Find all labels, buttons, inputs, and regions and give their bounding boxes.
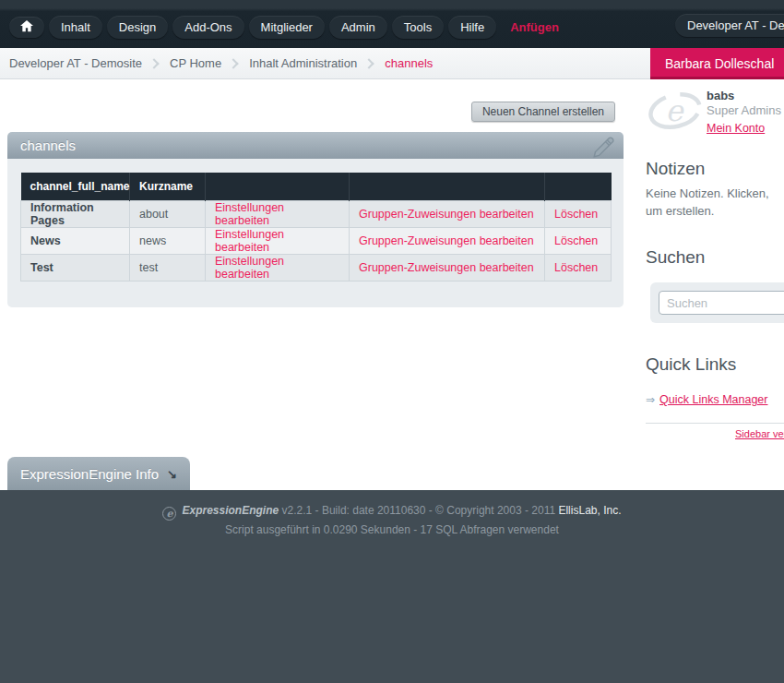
pencil-edit-icon [590, 133, 618, 169]
channels-panel-header: channels [7, 132, 624, 159]
table-row: Information Pages about Einstellungen be… [21, 200, 612, 227]
nav-item-inhalt[interactable]: Inhalt [49, 16, 102, 39]
channel-short-name: about [130, 200, 206, 227]
column-header-empty [206, 173, 350, 200]
column-header-channel-full-name: channel_full_name [21, 173, 130, 200]
channels-table: channel_full_name Kurzname Information P… [20, 173, 612, 282]
footer-version-copyright: v2.2.1 - Build: date 20110630 - © Copyri… [279, 504, 558, 517]
chevron-right-icon [148, 58, 159, 68]
quick-links-manager-link[interactable]: Quick Links Manager [659, 393, 767, 406]
nav-item-mitglieder[interactable]: Mitglieder [249, 16, 325, 39]
logged-in-user-badge[interactable]: Barbara Dolleschal [650, 48, 784, 79]
footer: eExpressionEngine v2.2.1 - Build: date 2… [0, 490, 784, 683]
svg-text:e: e [666, 93, 685, 128]
hide-sidebar-link[interactable]: Sidebar verstecken [735, 428, 784, 439]
channels-panel: channels channel_full_name Kurzname [7, 132, 624, 307]
channel-name: News [21, 227, 130, 254]
column-header-kurzname: Kurzname [130, 173, 206, 200]
breadcrumb-inhalt-administration[interactable]: Inhalt Administration [249, 56, 357, 70]
notes-heading: Notizen [646, 159, 705, 179]
delete-channel-link[interactable]: Löschen [554, 261, 598, 274]
edit-settings-link[interactable]: Einstellungen bearbeiten [215, 228, 284, 254]
nav-item-tools[interactable]: Tools [392, 16, 444, 39]
breadcrumb-current-channels: channels [385, 56, 433, 70]
channels-panel-body: channel_full_name Kurzname Information P… [7, 159, 624, 307]
site-switcher-button[interactable]: Developer AT - Demosite [675, 14, 784, 37]
expressionengine-info-tab[interactable]: ExpressionEngine Info ↘ [7, 457, 190, 490]
info-tab-label: ExpressionEngine Info [20, 466, 159, 482]
home-icon [20, 20, 33, 35]
arrow-right-icon: ⇒ [646, 393, 655, 406]
edit-settings-link[interactable]: Einstellungen bearbeiten [215, 201, 284, 227]
nav-item-design[interactable]: Design [107, 16, 168, 39]
ellislab-link[interactable]: EllisLab, Inc. [558, 504, 621, 517]
notes-empty-text[interactable]: Keine Notizen. Klicken, um erstellen. [646, 186, 784, 221]
table-row: News news Einstellungen bearbeiten Grupp… [21, 227, 612, 254]
home-button[interactable] [9, 17, 44, 38]
expressionengine-logo-icon: e [162, 507, 176, 521]
table-row: Test test Einstellungen bearbeiten Grupp… [21, 254, 612, 281]
collapse-arrow-icon: ↘ [167, 467, 177, 481]
column-header-empty [350, 173, 545, 200]
right-sidebar: e babs Super Admins Mein Konto Notizen K… [636, 79, 784, 490]
search-input[interactable] [659, 291, 784, 315]
footer-script-stats: Script ausgeführt in 0.0290 Sekunden - 1… [0, 523, 784, 536]
my-account-link[interactable]: Mein Konto [707, 122, 765, 135]
top-navigation-bar: Inhalt Design Add-Ons Mitglieder Admin T… [0, 0, 784, 48]
panel-title: channels [20, 138, 76, 153]
quick-link-row: ⇒Quick Links Manager [646, 393, 767, 406]
chevron-right-icon [228, 58, 238, 68]
edit-group-assignments-link[interactable]: Gruppen-Zuweisungen bearbeiten [359, 208, 534, 221]
search-box-container [650, 282, 784, 323]
column-header-empty [545, 173, 612, 200]
sidebar-username: babs [707, 89, 734, 102]
expressionengine-logo-avatar: e [646, 87, 705, 138]
footer-brand: ExpressionEngine [182, 504, 279, 517]
channel-short-name: news [130, 227, 206, 254]
channel-short-name: test [130, 254, 206, 281]
footer-line1: eExpressionEngine v2.2.1 - Build: date 2… [0, 504, 784, 521]
edit-group-assignments-link[interactable]: Gruppen-Zuweisungen bearbeiten [359, 234, 534, 247]
edit-settings-link[interactable]: Einstellungen bearbeiten [215, 255, 284, 281]
nav-item-admin[interactable]: Admin [329, 16, 387, 39]
delete-channel-link[interactable]: Löschen [554, 208, 598, 221]
channel-name: Test [21, 254, 130, 281]
search-heading: Suchen [646, 247, 705, 268]
nav-item-addons[interactable]: Add-Ons [172, 16, 244, 39]
nav-item-hilfe[interactable]: Hilfe [448, 16, 496, 39]
quick-links-heading: Quick Links [646, 354, 736, 375]
create-channel-button[interactable]: Neuen Channel erstellen [471, 102, 615, 122]
table-header-row: channel_full_name Kurzname [21, 173, 612, 200]
chevron-right-icon [364, 58, 374, 68]
sidebar-divider [646, 423, 784, 424]
breadcrumb-cp-home[interactable]: CP Home [170, 56, 221, 70]
breadcrumb-site[interactable]: Developer AT - Demosite [9, 56, 142, 70]
delete-channel-link[interactable]: Löschen [554, 234, 598, 247]
nav-item-anfuegen[interactable]: Anfügen [510, 20, 559, 34]
channel-name: Information Pages [21, 200, 130, 227]
sidebar-user-role: Super Admins [707, 103, 781, 117]
edit-group-assignments-link[interactable]: Gruppen-Zuweisungen bearbeiten [359, 261, 534, 274]
